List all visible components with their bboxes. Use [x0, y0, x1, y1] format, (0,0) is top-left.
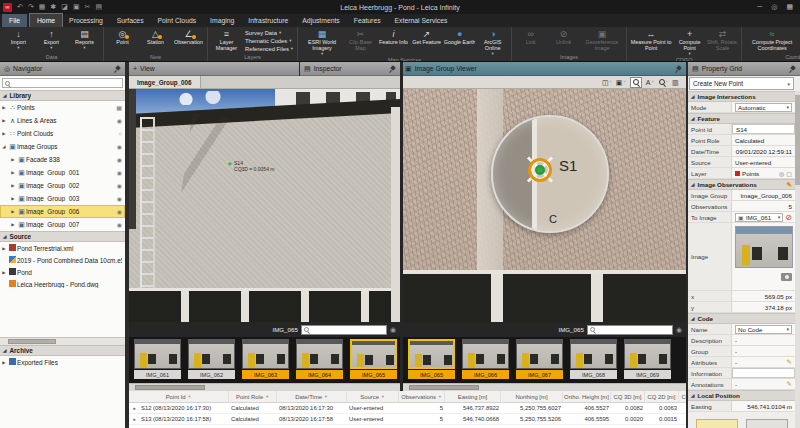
inspector-panel-header[interactable]: ▤Inspector	[300, 62, 400, 76]
view-panel-header[interactable]: +View	[129, 62, 299, 76]
table-row[interactable]: S12 (08/13/2020 16:17:30)Calculated08/13…	[129, 403, 686, 414]
ribbon-tab[interactable]: Infrastructure	[241, 14, 295, 27]
about-icon[interactable]: ◎	[771, 3, 777, 11]
filter-icon[interactable]	[381, 395, 385, 399]
expand-arrow-icon[interactable]: ▶	[0, 270, 8, 275]
tree-item[interactable]: ▶Lines & Areas◉	[0, 114, 125, 127]
section-source[interactable]: Source	[0, 231, 125, 242]
image-thumbnail[interactable]: IMG_062	[187, 339, 236, 383]
scrollbar-thumb[interactable]	[135, 385, 205, 390]
expand-arrow-icon[interactable]: ▶	[0, 105, 8, 110]
tree-item[interactable]: Leica Heerbrugg - Pond.dwg	[0, 278, 125, 290]
capture-icon[interactable]: ◪	[61, 2, 68, 12]
image-thumbnail[interactable]: IMG_067	[515, 339, 564, 383]
section-local-position[interactable]: Local Position	[688, 390, 795, 401]
partial-primary-button[interactable]	[696, 419, 738, 428]
ribbon-button[interactable]: Shift, Rotate, Scale	[706, 28, 739, 56]
point-marker-s14[interactable]: ✚ S14CQ3D = 0.0054 m	[227, 161, 274, 172]
label-options-icon[interactable]: A	[646, 77, 655, 87]
information-field[interactable]	[732, 368, 795, 378]
minimize-icon[interactable]: ─	[757, 3, 762, 11]
search-input[interactable]	[12, 79, 120, 87]
thumbnail-image[interactable]	[570, 339, 617, 369]
table-column-header[interactable]: CQ 1D [m]	[679, 391, 686, 402]
expand-arrow-icon[interactable]: ▶	[0, 246, 8, 251]
visibility-icon[interactable]: ◉	[117, 156, 122, 163]
image-search-box[interactable]	[301, 325, 387, 335]
edit-pencil-icon[interactable]	[787, 358, 792, 366]
edit-pencil-icon[interactable]	[787, 181, 792, 189]
expand-arrow-icon[interactable]: ▶	[9, 209, 17, 214]
visibility-icon[interactable]: ○	[118, 131, 122, 137]
ribbon-button[interactable]: Export	[35, 28, 68, 53]
property-grid-scrollbar[interactable]	[795, 91, 800, 428]
section-archive[interactable]: Archive	[0, 345, 125, 356]
ribbon-tab[interactable]: Adjustments	[295, 14, 346, 27]
pin-icon[interactable]	[789, 65, 796, 73]
scrollbar-thumb[interactable]	[409, 385, 479, 390]
viewer-photo-canvas[interactable]: S1 C	[403, 89, 686, 322]
locate-image-icon[interactable]: ◉	[390, 326, 396, 334]
tree-item[interactable]: ▶Exported Files	[0, 356, 125, 368]
image-thumbnail[interactable]: IMG_064	[295, 339, 344, 383]
image-thumbnail[interactable]: IMG_068	[569, 339, 618, 383]
image-display-icon[interactable]: ▣	[616, 77, 626, 87]
image-search-input[interactable]	[311, 327, 389, 333]
table-column-header[interactable]: Observations	[399, 391, 445, 402]
visibility-icon[interactable]: ◉	[117, 117, 122, 124]
point-id-field[interactable]: S14	[732, 124, 795, 134]
section-code[interactable]: Code	[688, 313, 795, 324]
bulb-icon[interactable]: ◎	[779, 170, 784, 177]
ribbon-button[interactable]: Clip Base Map	[344, 28, 377, 56]
ribbon-button[interactable]: Compute Project Coordinates	[744, 28, 800, 53]
scrollbar-thumb[interactable]	[8, 339, 56, 344]
visibility-icon[interactable]: ◉	[117, 221, 122, 228]
image-search-box[interactable]	[587, 325, 673, 335]
tree-item[interactable]: ▶Image_Group_002◉	[0, 179, 125, 192]
app-logo-icon[interactable]: ∞	[3, 3, 12, 12]
pin-icon[interactable]	[114, 65, 121, 73]
section-library[interactable]: Library	[0, 90, 125, 101]
visibility-icon[interactable]: ◉	[117, 208, 122, 215]
ribbon-tab[interactable]: Surfaces	[110, 14, 151, 27]
navigator-hscrollbar[interactable]	[0, 337, 125, 345]
filter-icon[interactable]	[438, 395, 442, 399]
section-image-intersections[interactable]: Image Intersections	[688, 91, 795, 102]
pin-icon[interactable]	[389, 65, 396, 73]
expand-arrow-icon[interactable]: ▶	[0, 360, 8, 365]
thumbnail-image[interactable]	[188, 339, 235, 369]
image-thumbnail[interactable]: IMG_065	[407, 339, 456, 383]
ribbon-tab[interactable]: Point Clouds	[151, 14, 204, 27]
ribbon-button[interactable]: Google Earth	[443, 28, 476, 56]
subtab-image-group[interactable]: Image_Group_006	[129, 76, 201, 88]
tree-item[interactable]: ▶Image_Group_001◉	[0, 166, 125, 179]
magnifier-circle[interactable]: S1 C	[491, 115, 609, 233]
ribbon-button[interactable]: Get Feature	[410, 28, 443, 56]
visibility-icon[interactable]: ◉	[117, 143, 122, 150]
delete-icon[interactable]: ▦	[39, 2, 46, 12]
ribbon-button[interactable]: Georeference Image	[580, 28, 624, 53]
expand-arrow-icon[interactable]: ▶	[0, 118, 8, 123]
tree-item[interactable]: ▶Points▦	[0, 101, 125, 114]
tree-item[interactable]: ▶Image_Group_007◉	[0, 218, 125, 231]
expand-arrow-icon[interactable]: ▶	[9, 157, 17, 162]
table-column-header[interactable]: Point Role	[229, 391, 277, 402]
section-feature[interactable]: Feature	[688, 113, 795, 124]
ribbon-tab[interactable]: Home	[30, 14, 62, 27]
layout-icon[interactable]: ▦	[786, 3, 793, 11]
thumbnail-image[interactable]	[516, 339, 563, 369]
image-thumbnail[interactable]: IMG_063	[241, 339, 290, 383]
image-thumbnail[interactable]: IMG_066	[461, 339, 510, 383]
expand-arrow-icon[interactable]: ▶	[9, 222, 17, 227]
tree-item[interactable]: 2019 - Pond Combined Data 10cm.e57	[0, 254, 125, 266]
archive-icon[interactable]: ▣	[73, 2, 80, 12]
fullscreen-icon[interactable]: ▥	[672, 77, 681, 87]
tree-item[interactable]: ◢Image Groups◉	[0, 140, 125, 153]
tree-item[interactable]: ▶Image_Group_003◉	[0, 192, 125, 205]
section-image-observations[interactable]: Image Observations	[688, 179, 795, 190]
thumbnail-image[interactable]	[242, 339, 289, 369]
expand-arrow-icon[interactable]: ◢	[0, 144, 8, 149]
tree-item[interactable]: ▶Image_Group_006◉	[0, 205, 125, 218]
thumbnail-image[interactable]	[408, 339, 455, 369]
layer-manager-button[interactable]: Layer Manager	[210, 28, 243, 53]
